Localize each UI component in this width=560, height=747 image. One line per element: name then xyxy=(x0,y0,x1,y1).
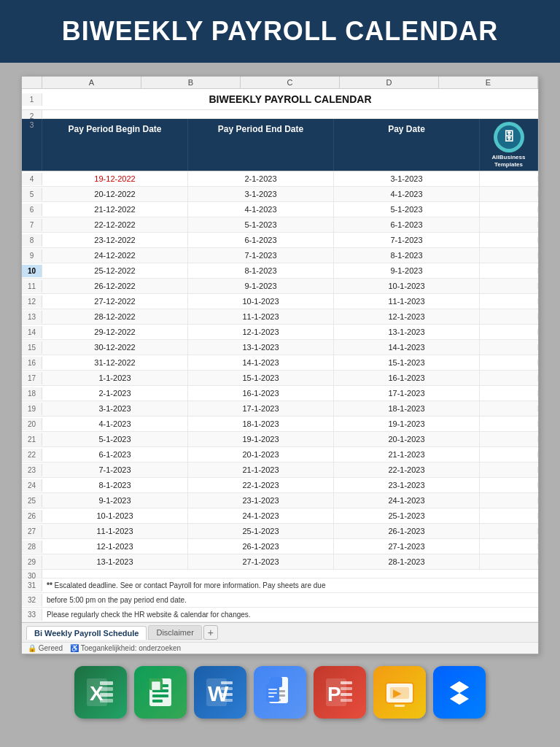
tab-add-button[interactable]: + xyxy=(203,625,218,640)
begin-date-cell: 22-12-2022 xyxy=(42,217,188,232)
end-date-cell: 8-1-2023 xyxy=(188,263,334,278)
svg-rect-17 xyxy=(221,693,233,696)
end-date-cell: 20-1-2023 xyxy=(188,447,334,462)
begin-date-cell: 27-12-2022 xyxy=(42,294,188,309)
col-a-header: A xyxy=(42,77,141,88)
begin-date-cell: 26-12-2022 xyxy=(42,279,188,293)
svg-rect-2 xyxy=(100,681,113,685)
pay-date-cell: 23-1-2023 xyxy=(334,478,480,492)
note-text: Please regularly check the HR website & … xyxy=(42,610,255,619)
slides-svg: ▶ xyxy=(383,676,416,709)
tab-bar: Bi Weekly Payroll Schedule Disclaimer + xyxy=(22,622,538,642)
pay-date-cell: 21-1-2023 xyxy=(334,447,480,462)
begin-date-cell: 1-1-2023 xyxy=(42,371,188,385)
data-rows-container: 419-12-20222-1-20233-1-2023520-12-20223-… xyxy=(22,171,538,570)
svg-rect-26 xyxy=(268,692,277,694)
pay-date-cell: 17-1-2023 xyxy=(334,386,480,400)
end-date-cell: 25-1-2023 xyxy=(188,524,334,538)
icon-excel[interactable]: X xyxy=(74,666,127,719)
icon-powerpoint[interactable]: P xyxy=(314,666,366,719)
logo-col-cell xyxy=(480,498,538,503)
tab-biweekly[interactable]: Bi Weekly Payroll Schedule xyxy=(26,626,147,640)
row-num: 16 xyxy=(22,357,42,369)
row-num: 12 xyxy=(22,295,42,308)
table-row: 520-12-20223-1-20234-1-2023 xyxy=(22,187,538,202)
pay-date-cell: 5-1-2023 xyxy=(334,202,480,217)
begin-date-cell: 12-1-2023 xyxy=(42,539,188,554)
row-num: 10 xyxy=(22,265,42,277)
begin-date-cell: 4-1-2023 xyxy=(42,417,188,431)
begin-date-cell: 25-12-2022 xyxy=(42,263,188,278)
row-num: 26 xyxy=(22,510,42,522)
pay-date-cell: 26-1-2023 xyxy=(334,524,480,538)
spreadsheet-title: BIWEEKLY PAYROLL CALENDAR xyxy=(42,89,538,109)
end-date-cell: 14-1-2023 xyxy=(188,355,334,370)
logo-col-cell xyxy=(480,283,538,289)
status-accessibility: ♿ Toegankelijkheid: onderzoeken xyxy=(70,644,181,652)
empty-row-2: 2 xyxy=(22,110,538,119)
table-row: 1429-12-202212-1-202313-1-2023 xyxy=(22,325,538,340)
svg-rect-27 xyxy=(268,696,274,697)
excel-svg: X xyxy=(84,676,117,709)
logo-col-cell xyxy=(480,559,538,565)
table-row: 2812-1-202326-1-202327-1-2023 xyxy=(22,539,538,554)
notes-rows-container: 31** Escalated deadline. See or contact … xyxy=(22,578,538,622)
begin-date-cell: 30-12-2022 xyxy=(42,340,188,355)
end-date-cell: 13-1-2023 xyxy=(188,340,334,355)
begin-date-cell: 6-1-2023 xyxy=(42,447,188,462)
icon-word[interactable]: W xyxy=(194,666,246,719)
column-headers-bar: A B C D E xyxy=(22,77,538,89)
logo-col-cell xyxy=(480,222,538,228)
end-date-cell: 27-1-2023 xyxy=(188,554,334,569)
end-date-cell: 2-1-2023 xyxy=(188,171,334,186)
svg-rect-33 xyxy=(341,699,352,702)
logo-icon: 🗄 xyxy=(497,125,521,149)
note-row: 32before 5:00 pm on the pay period end d… xyxy=(22,593,538,608)
pay-date-cell: 14-1-2023 xyxy=(334,340,480,355)
pay-date-cell: 4-1-2023 xyxy=(334,187,480,201)
table-row: 924-12-20227-1-20238-1-2023 xyxy=(22,248,538,263)
svg-marker-40 xyxy=(450,681,469,693)
row-num-spacer xyxy=(22,77,42,88)
end-date-cell: 16-1-2023 xyxy=(188,386,334,400)
svg-rect-3 xyxy=(100,687,113,691)
logo-circle: 🗄 xyxy=(494,122,524,152)
header-end-date: Pay Period End Date xyxy=(188,119,334,171)
logo-col-cell xyxy=(480,467,538,473)
pay-date-cell: 6-1-2023 xyxy=(334,217,480,232)
ppt-svg: P xyxy=(323,676,357,709)
row-num: 23 xyxy=(22,464,42,476)
header-pay-date: Pay Date xyxy=(334,119,480,171)
pay-date-cell: 7-1-2023 xyxy=(334,233,480,247)
begin-date-cell: 28-12-2022 xyxy=(42,309,188,324)
pay-date-cell: 20-1-2023 xyxy=(334,432,480,446)
icon-sheets[interactable]: ▦ xyxy=(134,666,187,719)
note-row-num: 31 xyxy=(22,579,42,592)
svg-text:P: P xyxy=(327,683,341,705)
table-row: 1025-12-20228-1-20239-1-2023 xyxy=(22,263,538,279)
svg-rect-30 xyxy=(341,681,352,684)
row-num: 29 xyxy=(22,556,42,568)
row-num: 22 xyxy=(22,449,42,461)
row-num: 13 xyxy=(22,311,42,323)
icon-docs[interactable] xyxy=(254,666,306,719)
logo-col-cell xyxy=(480,237,538,243)
docs-svg xyxy=(263,676,297,709)
table-row: 2913-1-202327-1-202328-1-2023 xyxy=(22,554,538,570)
pay-date-cell: 16-1-2023 xyxy=(334,371,480,385)
tab-disclaimer[interactable]: Disclaimer xyxy=(148,625,201,640)
svg-rect-9 xyxy=(152,694,168,697)
table-row: 2711-1-202325-1-202326-1-2023 xyxy=(22,524,538,539)
row-num: 7 xyxy=(22,219,42,231)
end-date-cell: 9-1-2023 xyxy=(188,279,334,293)
begin-date-cell: 20-12-2022 xyxy=(42,187,188,201)
logo-col-cell xyxy=(480,528,538,534)
logo-col-cell xyxy=(480,298,538,304)
data-header-row: 3 Pay Period Begin Date Pay Period End D… xyxy=(22,119,538,171)
icon-dropbox[interactable] xyxy=(433,666,486,719)
logo-col-cell xyxy=(480,329,538,335)
end-date-cell: 15-1-2023 xyxy=(188,371,334,385)
table-row: 419-12-20222-1-20233-1-2023 xyxy=(22,171,538,187)
pay-date-cell: 13-1-2023 xyxy=(334,325,480,339)
icon-slides[interactable]: ▶ xyxy=(373,666,426,719)
